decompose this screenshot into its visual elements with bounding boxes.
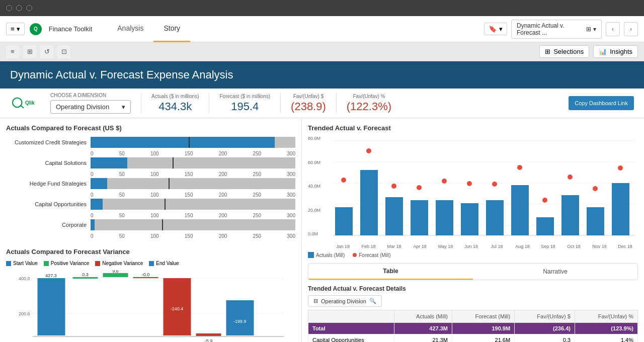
toolbar-expand-icon[interactable]: ⊡	[57, 45, 70, 58]
menu-button[interactable]: ≡ ▾	[6, 23, 25, 35]
svg-point-28	[417, 185, 422, 190]
selections-label: Selections	[553, 48, 584, 55]
bar-fill-2	[91, 157, 127, 168]
trend-x-labels: Jan 18 Feb 18 Mar 18 Apr 18 May 18 Jun 1…	[330, 244, 638, 249]
toolbar-refresh-icon[interactable]: ↺	[40, 45, 53, 58]
bar-fill-4	[91, 199, 103, 210]
toolbar-grid-icon[interactable]: ⊞	[23, 45, 36, 58]
kpi-divider-1	[141, 93, 141, 113]
bar-row-capital-opportunities[interactable]: Capital Opportunities	[6, 199, 295, 210]
tab-narrative[interactable]: Narrative	[473, 264, 637, 280]
wf-bar-6[interactable]	[196, 333, 221, 336]
svg-text:200.0: 200.0	[19, 311, 30, 316]
bar-row-corporate[interactable]: Corporate	[6, 219, 295, 230]
legend-start-label: Start Value	[13, 261, 38, 266]
tab-table[interactable]: Table	[308, 264, 473, 280]
th-forecast: Forecast (Mill)	[452, 310, 515, 323]
table-row-capital-opportunities[interactable]: Capital Opportunities 21.3M 21.6M 0.3 1.…	[308, 334, 638, 343]
svg-rect-41	[587, 207, 604, 235]
wf-bar-7[interactable]	[226, 300, 254, 335]
y-label-40: 40.0M	[308, 184, 320, 189]
table-total-row[interactable]: Total 427.3M 190.9M (236.4) (123.9%)	[308, 323, 638, 334]
tab-narrative-label: Narrative	[543, 268, 568, 275]
svg-line-1	[20, 105, 24, 108]
next-button[interactable]: ›	[624, 22, 638, 36]
svg-rect-39	[561, 195, 579, 235]
bar-axis-4: 050100150200250300	[91, 212, 295, 219]
legend-forecast-circle	[353, 253, 357, 257]
wf-bar-4[interactable]	[133, 277, 158, 278]
bar-row-customized-credit[interactable]: Customized Credit Strategies	[6, 137, 295, 148]
kpi-fav-unfav: Fav/(Unfav) $ (238.9)	[291, 94, 326, 113]
dashboard-selector[interactable]: Dynamic Actual v. Forecast ... ⊞ ▾	[511, 20, 602, 39]
legend-forecast: Forecast (Mill)	[353, 252, 390, 258]
svg-point-36	[517, 165, 522, 170]
dimension-value: Operating Division	[56, 103, 109, 111]
kpi-divider-2	[209, 93, 209, 113]
tab-story[interactable]: Story	[153, 16, 190, 42]
selections-button[interactable]: ⊞ Selections	[539, 45, 589, 58]
waterfall-chart-area: 400.0 200.0 427.3 0.3 9.6	[6, 270, 295, 342]
total-fav-pct: (123.9%)	[575, 323, 637, 334]
tab-analysis[interactable]: Analysis	[107, 16, 153, 42]
tab-table-label: Table	[383, 268, 398, 275]
prev-button[interactable]: ‹	[606, 22, 620, 36]
kpi-fav-pct-label: Fav/(Unfav) %	[353, 94, 385, 99]
legend-end-dot	[149, 261, 154, 266]
svg-point-32	[467, 181, 472, 186]
svg-rect-31	[461, 203, 478, 235]
insights-button[interactable]: 📊 Insights	[593, 45, 638, 58]
bookmark-button[interactable]: 🔖 ▾	[484, 23, 507, 35]
svg-point-40	[568, 175, 573, 180]
table-tabs: Table Narrative	[308, 263, 638, 280]
bar-fill-5	[91, 219, 95, 230]
trend-chart-title: Trended Actual v. Forecast	[308, 124, 638, 132]
kpi-fav-pct-value: (122.3%)	[347, 100, 391, 113]
legend-positive-dot	[44, 261, 49, 266]
kpi-forecast-label: Forecast ($ in millions)	[219, 94, 270, 99]
svg-text:-240.4: -240.4	[171, 306, 184, 311]
next-icon: ›	[630, 25, 632, 33]
kpi-fav-label: Fav/(Unfav) $	[293, 94, 324, 99]
wf-bar-3[interactable]	[103, 273, 128, 277]
legend-positive-label: Positive Variance	[51, 261, 90, 266]
filter-label: Operating Division	[321, 298, 366, 304]
page-title: Dynamic Actual v. Forecast Expense Analy…	[10, 68, 634, 81]
filter-operating-division-button[interactable]: ⊟ Operating Division 🔍	[308, 295, 382, 307]
bar-axis-3: 050100150200250300	[91, 191, 295, 199]
row-label-cap-opp: Capital Opportunities	[308, 334, 394, 343]
dimension-dropdown[interactable]: Operating Division ▾	[50, 100, 131, 114]
dimension-label: Choose a dimension	[50, 93, 131, 98]
toolbar-menu-icon[interactable]: ≡	[6, 45, 19, 58]
copy-dashboard-button[interactable]: Copy Dashboard Link	[569, 96, 634, 110]
bar-row-capital-solutions[interactable]: Capital Solutions	[6, 157, 295, 168]
detail-title: Trended Actual v. Forecast Details	[308, 285, 638, 292]
right-panel: Trended Actual v. Forecast 80.0M 60.0M 4…	[302, 118, 644, 342]
bar-row-hedge-fund[interactable]: Hedge Fund Strategies	[6, 178, 295, 189]
toolbar: ≡ ⊞ ↺ ⊡ ⊞ Selections 📊 Insights	[0, 42, 644, 61]
th-actuals: Actuals (Mill)	[394, 310, 452, 323]
titlebar	[0, 0, 644, 16]
page-header: Dynamic Actual v. Forecast Expense Analy…	[0, 61, 644, 89]
wf-bar-2[interactable]	[73, 277, 98, 279]
bar-axis-1: 050100150200250300	[91, 150, 295, 157]
bar-marker-5	[162, 219, 163, 230]
legend-negative-label: Negative Variance	[102, 261, 143, 266]
copy-dashboard-label: Copy Dashboard Link	[575, 100, 628, 106]
wf-bar-1[interactable]	[38, 278, 65, 335]
bar-track-2	[91, 157, 295, 168]
svg-rect-43	[612, 183, 629, 235]
trend-chart-wrapper: 80.0M 60.0M 40.0M 20.0M 0.0M	[330, 136, 638, 249]
window-minimize-icon[interactable]	[16, 5, 22, 11]
kpi-actuals-label: Actuals ($ in millions)	[151, 94, 199, 99]
svg-point-34	[492, 182, 497, 187]
waterfall-svg: 400.0 200.0 427.3 0.3 9.6	[6, 270, 295, 342]
nav-tabs: Analysis Story	[107, 16, 190, 42]
svg-rect-27	[411, 200, 428, 235]
window-close-icon[interactable]	[6, 5, 12, 11]
x-label-apr: Apr 18	[407, 244, 433, 249]
th-fav: Fav/(Unfav) $	[515, 310, 575, 323]
window-maximize-icon[interactable]	[26, 5, 32, 11]
total-fav: (236.4)	[515, 323, 575, 334]
bar-label-corporate: Corporate	[6, 222, 87, 228]
